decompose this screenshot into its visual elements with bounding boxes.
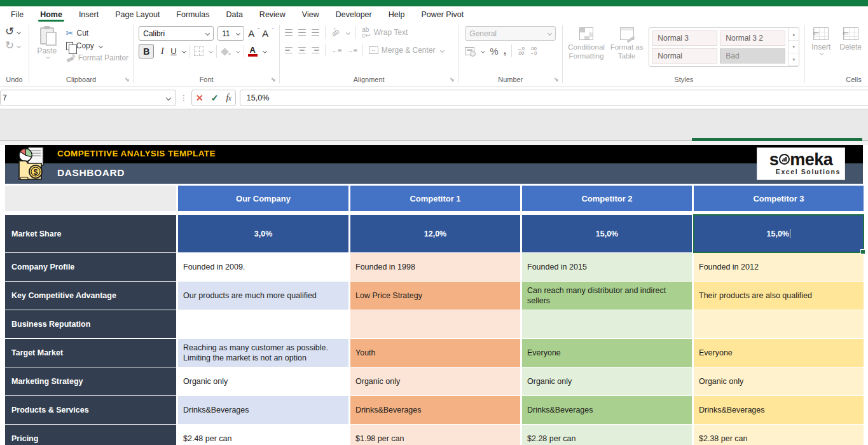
merge-center-button[interactable]: ↔Merge & Center xyxy=(369,46,444,55)
menu-tab-formulas[interactable]: Formulas xyxy=(168,6,217,22)
conditional-formatting-button[interactable]: Conditional Formatting xyxy=(568,26,605,60)
formula-bar-handle-icon[interactable]: ⋮ xyxy=(176,93,191,102)
menu-tab-view[interactable]: View xyxy=(294,6,327,22)
font-dialog-launcher[interactable] xyxy=(271,77,277,83)
align-left-icon[interactable] xyxy=(285,47,293,54)
align-bottom-icon[interactable] xyxy=(312,29,319,36)
font-size-combo[interactable]: 11 xyxy=(217,26,244,41)
cancel-icon[interactable]: ✕ xyxy=(196,93,203,103)
accounting-format-icon[interactable] xyxy=(465,47,474,55)
cell-company-profile-competitor-2[interactable]: Founded in 2015 xyxy=(522,253,692,281)
cell-market-share-our-company[interactable]: 3,0% xyxy=(178,215,348,252)
gallery-scroll-down-icon[interactable]: ▼ xyxy=(789,41,799,53)
redo-button[interactable]: ↻ xyxy=(5,40,20,51)
underline-button[interactable]: U xyxy=(170,46,176,56)
column-header-our-company[interactable]: Our Company xyxy=(178,186,348,211)
increase-font-button[interactable]: Aˆ xyxy=(248,28,258,39)
menu-tab-help[interactable]: Help xyxy=(380,6,413,22)
cell-products-services-competitor-1[interactable]: Drinks&Beverages xyxy=(350,396,520,424)
align-center-icon[interactable] xyxy=(298,47,306,54)
insert-cells-button[interactable]: Insert xyxy=(811,26,830,76)
cell-style-bad[interactable]: Bad xyxy=(720,48,785,64)
cell-market-share-competitor-2[interactable]: 15,0% xyxy=(522,215,692,252)
enter-check-icon[interactable]: ✓ xyxy=(211,93,219,103)
cell-marketing-strategy-our-company[interactable]: Organic only xyxy=(178,367,348,395)
cell-marketing-strategy-competitor-1[interactable]: Organic only xyxy=(350,367,520,395)
name-box[interactable]: 7 xyxy=(0,90,176,106)
font-color-button[interactable]: A xyxy=(248,46,258,57)
decrease-decimal-button[interactable]: .00 →0 xyxy=(530,46,537,55)
copy-button[interactable]: Copy xyxy=(66,41,128,50)
bold-button[interactable]: B xyxy=(139,44,154,58)
clipboard-dialog-launcher[interactable] xyxy=(125,77,131,83)
alignment-dialog-launcher[interactable] xyxy=(450,77,456,83)
cell-business-reputation-competitor-1[interactable] xyxy=(350,310,520,338)
align-right-icon[interactable] xyxy=(312,47,319,54)
column-header-competitor-3[interactable]: Competitor 3 xyxy=(694,186,864,211)
menu-tab-review[interactable]: Review xyxy=(251,6,294,22)
cell-key-competitive-advantage-competitor-2[interactable]: Can reach many distributor and indirect … xyxy=(522,282,692,310)
cell-pricing-our-company[interactable]: $2.48 per can xyxy=(178,425,348,445)
cell-company-profile-competitor-3[interactable]: Founded in 2012 xyxy=(694,253,864,281)
cut-button[interactable]: ✂Cut xyxy=(66,28,128,38)
decrease-font-button[interactable]: Aˇ xyxy=(262,28,272,39)
format-painter-button[interactable]: Format Painter xyxy=(66,53,128,62)
cell-style-normal-3[interactable]: Normal 3 xyxy=(652,31,717,46)
cell-marketing-strategy-competitor-2[interactable]: Organic only xyxy=(522,367,692,395)
increase-decimal-button[interactable]: ←0 .00 xyxy=(517,46,525,55)
selected-cell[interactable]: 15,0% xyxy=(694,215,864,252)
menu-tab-home[interactable]: Home xyxy=(32,6,71,22)
font-name-combo[interactable]: Calibri xyxy=(139,26,214,41)
column-header-competitor-2[interactable]: Competitor 2 xyxy=(522,186,692,211)
cell-target-market-competitor-3[interactable]: Everyone xyxy=(694,339,864,367)
cell-business-reputation-competitor-2[interactable] xyxy=(522,310,692,338)
column-header-competitor-1[interactable]: Competitor 1 xyxy=(350,186,520,211)
menu-tab-insert[interactable]: Insert xyxy=(71,6,107,22)
cell-company-profile-our-company[interactable]: Founded in 2009. xyxy=(178,253,348,281)
cell-company-profile-competitor-1[interactable]: Founded in 1998 xyxy=(350,253,520,281)
cell-products-services-competitor-3[interactable]: Drinks&Beverages xyxy=(694,396,864,424)
menu-tab-data[interactable]: Data xyxy=(217,6,251,22)
delete-cells-button[interactable]: Delete xyxy=(839,26,862,76)
undo-button[interactable]: ↺ xyxy=(5,26,20,38)
cell-marketing-strategy-competitor-3[interactable]: Organic only xyxy=(694,367,864,395)
cell-key-competitive-advantage-competitor-3[interactable]: Their products are also qualified xyxy=(694,282,864,310)
cell-target-market-competitor-1[interactable]: Youth xyxy=(350,339,520,367)
align-top-icon[interactable] xyxy=(285,29,293,36)
cell-pricing-competitor-3[interactable]: $2.38 per can xyxy=(694,425,864,445)
gallery-scroll-up-icon[interactable]: ▲ xyxy=(789,28,799,41)
cell-market-share-competitor-1[interactable]: 12,0% xyxy=(350,215,520,252)
align-middle-icon[interactable] xyxy=(298,29,306,36)
cell-key-competitive-advantage-our-company[interactable]: Our products are much more qualified xyxy=(178,282,348,310)
cell-target-market-competitor-2[interactable]: Everyone xyxy=(522,339,692,367)
orientation-icon[interactable]: ab̊ xyxy=(330,27,341,38)
cell-key-competitive-advantage-competitor-1[interactable]: Low Price Strategy xyxy=(350,282,520,310)
number-format-combo[interactable]: General xyxy=(465,26,556,41)
cell-business-reputation-our-company[interactable] xyxy=(178,310,348,338)
borders-icon[interactable] xyxy=(194,46,203,56)
menu-tab-file[interactable]: File xyxy=(3,6,32,22)
cell-pricing-competitor-2[interactable]: $2.28 per can xyxy=(522,425,692,445)
number-dialog-launcher[interactable] xyxy=(554,77,560,83)
cell-target-market-our-company[interactable]: Reaching as many customer as possible. L… xyxy=(178,339,348,367)
paste-button[interactable]: Paste xyxy=(33,26,61,76)
menu-tab-developer[interactable]: Developer xyxy=(327,6,380,22)
gallery-more-icon[interactable]: ▼ xyxy=(789,53,799,66)
cell-products-services-our-company[interactable]: Drinks&Beverages xyxy=(178,396,348,424)
cell-business-reputation-competitor-3[interactable] xyxy=(694,310,864,338)
formula-input[interactable]: 15,0% xyxy=(240,90,868,106)
cell-products-services-competitor-2[interactable]: Drinks&Beverages xyxy=(522,396,692,424)
format-as-table-button[interactable]: Format as Table xyxy=(610,26,644,60)
cell-style-normal[interactable]: Normal xyxy=(652,48,717,64)
cell-style-normal-3-2[interactable]: Normal 3 2 xyxy=(720,31,785,46)
fill-color-icon[interactable] xyxy=(221,48,231,55)
cell-pricing-competitor-1[interactable]: $1.98 per can xyxy=(350,425,520,445)
italic-button[interactable]: I xyxy=(158,46,167,57)
decrease-indent-icon[interactable]: ←≡ xyxy=(331,46,341,54)
comma-style-button[interactable]: , xyxy=(504,45,506,57)
insert-function-icon[interactable]: fx xyxy=(226,93,231,103)
menu-tab-page-layout[interactable]: Page Layout xyxy=(107,6,168,22)
wrap-text-button[interactable]: abc↩Wrap Text xyxy=(362,27,408,38)
percent-style-button[interactable]: % xyxy=(490,46,498,57)
name-box-chevron-icon[interactable] xyxy=(166,95,171,100)
